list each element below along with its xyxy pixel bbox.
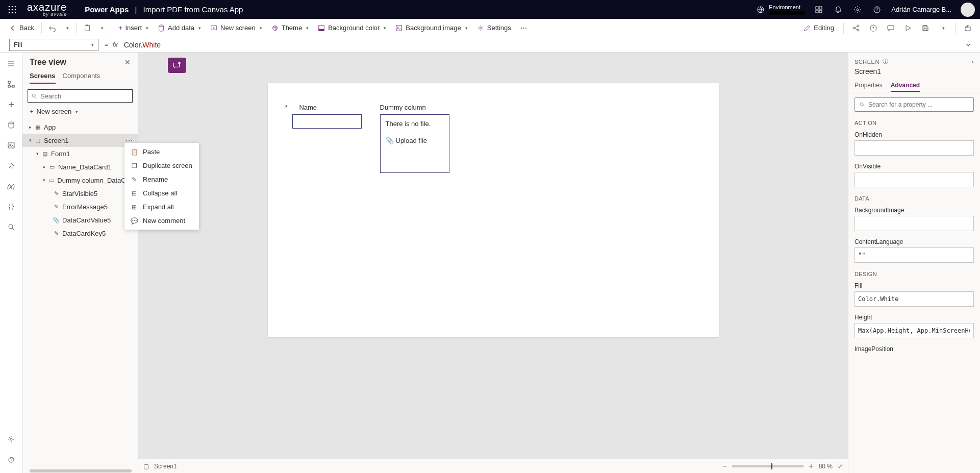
svg-point-3	[9, 9, 10, 10]
hamburger-button[interactable]	[3, 56, 19, 72]
comments-icon[interactable]	[884, 21, 898, 35]
publish-icon[interactable]	[961, 21, 975, 35]
tree-item-name-datacard[interactable]: ▸ ▭ Name_DataCard1	[22, 160, 138, 173]
settings-rail-button[interactable]	[3, 431, 19, 447]
insert-button[interactable]: + Insert▾	[114, 22, 153, 34]
theme-button[interactable]: Theme▾	[267, 22, 313, 34]
power-automate-button[interactable]	[3, 158, 19, 174]
copilot-floating-button[interactable]	[168, 58, 186, 73]
form-icon: ▤	[41, 151, 49, 157]
save-dropdown[interactable]: ▾	[936, 21, 950, 35]
upload-file-link[interactable]: 📎 Upload file	[386, 137, 444, 144]
input-contentlang[interactable]	[855, 247, 974, 263]
insert-rail-button[interactable]	[3, 96, 19, 113]
name-text-input[interactable]	[292, 114, 362, 129]
fit-to-window-button[interactable]: ⤢	[838, 463, 843, 470]
tree-item-error[interactable]: ✎ ErrorMessage5	[22, 200, 138, 213]
ctx-collapse[interactable]: ⊟Collapse all	[124, 186, 199, 200]
tree-view-button[interactable]	[3, 76, 19, 92]
svg-point-14	[857, 9, 859, 11]
new-screen-button[interactable]: New screen▾	[206, 22, 266, 34]
tree-item-form1[interactable]: ▾ ▤ Form1	[22, 147, 138, 160]
ctx-comment[interactable]: 💬New comment	[124, 214, 199, 228]
close-tree-button[interactable]: ✕	[124, 58, 131, 66]
canvas-viewport[interactable]: * Name Dummy column There is no file. 📎 …	[138, 53, 848, 459]
ctx-rename[interactable]: ✎Rename	[124, 172, 199, 186]
prop-search-input[interactable]	[855, 97, 974, 112]
ctx-paste[interactable]: 📋Paste	[124, 145, 199, 159]
settings-button[interactable]: Settings	[473, 22, 515, 34]
input-height[interactable]	[855, 323, 974, 338]
paste-dropdown[interactable]: ▾	[96, 23, 108, 33]
notifications-icon[interactable]	[833, 5, 843, 15]
advanced-tools-button[interactable]	[3, 198, 19, 215]
label-fill: Fill	[855, 282, 974, 289]
search-rail-button[interactable]	[3, 219, 19, 235]
tree-item-dummy-datacard[interactable]: ▾ ▭ Dummy column_DataCard4	[22, 173, 138, 187]
tree-item-app[interactable]: ▸ ▦ App	[22, 120, 138, 134]
svg-point-31	[857, 29, 859, 31]
zoom-slider[interactable]	[732, 465, 803, 467]
help-icon[interactable]: ⓘ	[883, 58, 889, 65]
tab-screens[interactable]: Screens	[30, 69, 56, 84]
file-upload-box[interactable]: There is no file. 📎 Upload file	[380, 114, 449, 173]
user-name[interactable]: Adrián Camargo B...	[891, 6, 951, 13]
duplicate-icon: ❐	[131, 162, 138, 169]
back-button[interactable]: Back	[5, 22, 38, 34]
editing-button[interactable]: Editing	[799, 22, 838, 34]
tree-item-star[interactable]: ✎ StarVisible5	[22, 187, 138, 200]
zoom-out-button[interactable]: −	[722, 462, 727, 471]
prop-search-field[interactable]	[868, 101, 969, 108]
input-fill[interactable]	[855, 291, 974, 307]
tab-components[interactable]: Components	[63, 69, 100, 84]
expand-formula-button[interactable]	[965, 41, 980, 48]
variables-button[interactable]: (x)	[3, 178, 19, 194]
share-icon[interactable]	[849, 21, 863, 35]
undo-dropdown[interactable]: ▾	[61, 23, 73, 33]
svg-point-4	[12, 9, 13, 10]
environment-picker[interactable]: Environment	[757, 4, 805, 14]
tree-search-field[interactable]	[40, 92, 129, 100]
data-rail-button[interactable]	[3, 117, 19, 133]
paste-button[interactable]	[80, 22, 95, 34]
screen-canvas[interactable]: * Name Dummy column There is no file. 📎 …	[268, 83, 719, 337]
settings-icon[interactable]	[852, 5, 863, 15]
input-onvisible[interactable]	[855, 172, 974, 187]
expand-panel-button[interactable]: ›	[972, 59, 974, 65]
ctx-duplicate[interactable]: ❐Duplicate screen	[124, 159, 199, 172]
preview-icon[interactable]	[901, 21, 915, 35]
copilot-icon[interactable]	[814, 5, 824, 15]
overflow-button[interactable]: ⋯	[516, 22, 531, 34]
property-selector[interactable]: Fill ▾	[9, 39, 98, 51]
tree-search-input[interactable]	[28, 89, 133, 103]
bg-color-button[interactable]: Background color▾	[314, 22, 390, 34]
name-field-label: Name	[299, 104, 317, 111]
ask-virtual-agent-button[interactable]	[3, 452, 19, 468]
ctx-expand[interactable]: ⊞Expand all	[124, 200, 199, 214]
svg-rect-37	[8, 81, 10, 83]
app-icon: ▦	[34, 124, 42, 131]
checker-icon[interactable]	[866, 21, 881, 35]
app-launcher-button[interactable]	[5, 3, 19, 17]
tree-item-key[interactable]: ✎ DataCardKey5	[22, 227, 138, 240]
tree-new-screen-button[interactable]: + New screen ▾	[28, 106, 133, 117]
add-data-button[interactable]: Add data▾	[154, 22, 205, 34]
attachment-icon: 📎	[52, 217, 60, 223]
input-bgimage[interactable]	[855, 216, 974, 231]
tree-item-value[interactable]: 📎 DataCardValue5	[22, 213, 138, 227]
user-avatar[interactable]	[961, 3, 975, 17]
input-onhidden[interactable]	[855, 140, 974, 156]
tree-item-screen1[interactable]: ▾ ▢ Screen1 ⋯	[22, 134, 138, 147]
undo-button[interactable]	[45, 22, 60, 34]
help-icon[interactable]	[872, 5, 882, 15]
svg-point-0	[9, 6, 10, 7]
bg-image-button[interactable]: Background image▾	[391, 22, 471, 34]
formula-input[interactable]: Color.White	[122, 40, 965, 50]
save-icon[interactable]	[918, 21, 933, 35]
zoom-in-button[interactable]: +	[809, 462, 813, 471]
media-rail-button[interactable]	[3, 137, 19, 154]
tree-view-panel: Tree view ✕ Screens Components + New scr…	[22, 53, 138, 473]
tab-properties[interactable]: Properties	[855, 80, 883, 92]
tab-advanced[interactable]: Advanced	[891, 80, 920, 92]
tree-hscroll[interactable]	[22, 468, 138, 473]
